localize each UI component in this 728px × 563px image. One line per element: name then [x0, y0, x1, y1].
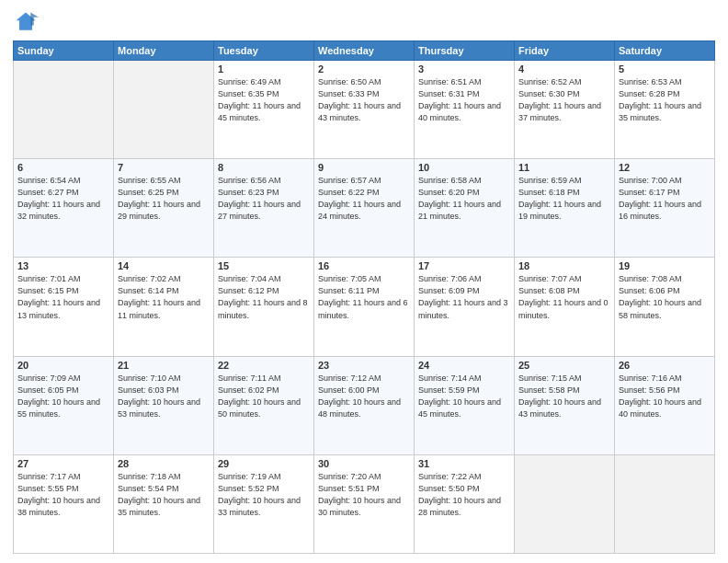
weekday-header-tuesday: Tuesday	[214, 41, 314, 61]
weekday-header-row: SundayMondayTuesdayWednesdayThursdayFrid…	[14, 41, 715, 61]
calendar-cell: 17Sunrise: 7:06 AM Sunset: 6:09 PM Dayli…	[415, 258, 515, 356]
weekday-header-sunday: Sunday	[14, 41, 114, 61]
calendar-cell: 23Sunrise: 7:12 AM Sunset: 6:00 PM Dayli…	[314, 356, 415, 454]
calendar-cell: 24Sunrise: 7:14 AM Sunset: 5:59 PM Dayli…	[415, 356, 515, 454]
day-number: 30	[318, 458, 410, 469]
day-info: Sunrise: 7:20 AM Sunset: 5:51 PM Dayligh…	[318, 471, 410, 519]
calendar-cell: 30Sunrise: 7:20 AM Sunset: 5:51 PM Dayli…	[314, 454, 415, 553]
day-info: Sunrise: 7:01 AM Sunset: 6:15 PM Dayligh…	[17, 273, 109, 321]
day-number: 31	[418, 458, 510, 469]
day-number: 26	[619, 360, 711, 371]
calendar-cell: 8Sunrise: 6:56 AM Sunset: 6:23 PM Daylig…	[214, 159, 314, 258]
day-number: 14	[118, 260, 210, 271]
day-number: 13	[17, 260, 109, 271]
logo	[13, 9, 42, 35]
day-number: 7	[118, 162, 210, 173]
calendar-cell	[515, 454, 615, 553]
day-number: 24	[418, 360, 510, 371]
weekday-header-wednesday: Wednesday	[314, 41, 415, 61]
day-info: Sunrise: 6:59 AM Sunset: 6:18 PM Dayligh…	[518, 175, 610, 223]
day-number: 8	[218, 162, 310, 173]
day-info: Sunrise: 7:04 AM Sunset: 6:12 PM Dayligh…	[218, 273, 310, 321]
day-info: Sunrise: 7:16 AM Sunset: 5:56 PM Dayligh…	[619, 373, 711, 420]
calendar-cell: 29Sunrise: 7:19 AM Sunset: 5:52 PM Dayli…	[214, 454, 314, 553]
day-info: Sunrise: 6:57 AM Sunset: 6:22 PM Dayligh…	[318, 175, 410, 223]
day-number: 25	[518, 360, 610, 371]
week-row-2: 6Sunrise: 6:54 AM Sunset: 6:27 PM Daylig…	[14, 159, 715, 258]
calendar-cell: 9Sunrise: 6:57 AM Sunset: 6:22 PM Daylig…	[314, 159, 415, 258]
day-number: 15	[218, 260, 310, 271]
day-info: Sunrise: 7:07 AM Sunset: 6:08 PM Dayligh…	[518, 273, 610, 321]
calendar-cell: 3Sunrise: 6:51 AM Sunset: 6:31 PM Daylig…	[415, 61, 515, 159]
day-info: Sunrise: 6:52 AM Sunset: 6:30 PM Dayligh…	[518, 76, 610, 124]
calendar-cell: 18Sunrise: 7:07 AM Sunset: 6:08 PM Dayli…	[515, 258, 615, 356]
calendar-cell: 26Sunrise: 7:16 AM Sunset: 5:56 PM Dayli…	[615, 356, 715, 454]
calendar-cell: 13Sunrise: 7:01 AM Sunset: 6:15 PM Dayli…	[14, 258, 114, 356]
day-info: Sunrise: 7:05 AM Sunset: 6:11 PM Dayligh…	[318, 273, 410, 321]
calendar-cell: 27Sunrise: 7:17 AM Sunset: 5:55 PM Dayli…	[14, 454, 114, 553]
calendar-cell	[615, 454, 715, 553]
day-number: 28	[118, 458, 210, 469]
weekday-header-thursday: Thursday	[415, 41, 515, 61]
day-info: Sunrise: 6:54 AM Sunset: 6:27 PM Dayligh…	[17, 175, 109, 223]
week-row-1: 1Sunrise: 6:49 AM Sunset: 6:35 PM Daylig…	[14, 61, 715, 159]
day-info: Sunrise: 7:19 AM Sunset: 5:52 PM Dayligh…	[218, 471, 310, 519]
calendar-cell: 12Sunrise: 7:00 AM Sunset: 6:17 PM Dayli…	[615, 159, 715, 258]
calendar-cell: 19Sunrise: 7:08 AM Sunset: 6:06 PM Dayli…	[615, 258, 715, 356]
header	[13, 9, 715, 35]
day-info: Sunrise: 7:08 AM Sunset: 6:06 PM Dayligh…	[619, 273, 711, 321]
calendar-cell: 10Sunrise: 6:58 AM Sunset: 6:20 PM Dayli…	[415, 159, 515, 258]
day-number: 6	[17, 162, 109, 173]
day-number: 22	[218, 360, 310, 371]
weekday-header-friday: Friday	[515, 41, 615, 61]
calendar-cell	[114, 61, 214, 159]
day-number: 18	[518, 260, 610, 271]
day-number: 17	[418, 260, 510, 271]
day-number: 11	[518, 162, 610, 173]
week-row-3: 13Sunrise: 7:01 AM Sunset: 6:15 PM Dayli…	[14, 258, 715, 356]
day-number: 9	[318, 162, 410, 173]
calendar-cell: 5Sunrise: 6:53 AM Sunset: 6:28 PM Daylig…	[615, 61, 715, 159]
calendar-cell: 20Sunrise: 7:09 AM Sunset: 6:05 PM Dayli…	[14, 356, 114, 454]
day-number: 12	[619, 162, 711, 173]
day-number: 10	[418, 162, 510, 173]
day-info: Sunrise: 6:55 AM Sunset: 6:25 PM Dayligh…	[118, 175, 210, 223]
day-info: Sunrise: 6:49 AM Sunset: 6:35 PM Dayligh…	[218, 76, 310, 124]
calendar-cell: 11Sunrise: 6:59 AM Sunset: 6:18 PM Dayli…	[515, 159, 615, 258]
logo-icon	[13, 9, 39, 35]
calendar-cell: 15Sunrise: 7:04 AM Sunset: 6:12 PM Dayli…	[214, 258, 314, 356]
weekday-header-saturday: Saturday	[615, 41, 715, 61]
day-info: Sunrise: 7:11 AM Sunset: 6:02 PM Dayligh…	[218, 373, 310, 420]
day-number: 2	[318, 63, 410, 75]
day-info: Sunrise: 6:50 AM Sunset: 6:33 PM Dayligh…	[318, 76, 410, 124]
day-number: 3	[418, 63, 510, 75]
day-number: 19	[619, 260, 711, 271]
page: SundayMondayTuesdayWednesdayThursdayFrid…	[0, 0, 728, 563]
day-info: Sunrise: 7:18 AM Sunset: 5:54 PM Dayligh…	[118, 471, 210, 519]
calendar-cell: 31Sunrise: 7:22 AM Sunset: 5:50 PM Dayli…	[415, 454, 515, 553]
calendar-cell: 25Sunrise: 7:15 AM Sunset: 5:58 PM Dayli…	[515, 356, 615, 454]
day-info: Sunrise: 7:09 AM Sunset: 6:05 PM Dayligh…	[17, 373, 109, 420]
day-number: 4	[518, 63, 610, 75]
calendar-cell: 28Sunrise: 7:18 AM Sunset: 5:54 PM Dayli…	[114, 454, 214, 553]
weekday-header-monday: Monday	[114, 41, 214, 61]
day-info: Sunrise: 6:53 AM Sunset: 6:28 PM Dayligh…	[619, 76, 711, 124]
day-info: Sunrise: 6:51 AM Sunset: 6:31 PM Dayligh…	[418, 76, 510, 124]
calendar-cell: 4Sunrise: 6:52 AM Sunset: 6:30 PM Daylig…	[515, 61, 615, 159]
calendar-cell: 21Sunrise: 7:10 AM Sunset: 6:03 PM Dayli…	[114, 356, 214, 454]
svg-marker-1	[30, 13, 39, 26]
day-number: 27	[17, 458, 109, 469]
day-info: Sunrise: 7:06 AM Sunset: 6:09 PM Dayligh…	[418, 273, 510, 321]
calendar-cell	[14, 61, 114, 159]
day-number: 1	[218, 63, 310, 75]
day-info: Sunrise: 6:58 AM Sunset: 6:20 PM Dayligh…	[418, 175, 510, 223]
day-info: Sunrise: 7:22 AM Sunset: 5:50 PM Dayligh…	[418, 471, 510, 519]
calendar-cell: 1Sunrise: 6:49 AM Sunset: 6:35 PM Daylig…	[214, 61, 314, 159]
calendar-cell: 22Sunrise: 7:11 AM Sunset: 6:02 PM Dayli…	[214, 356, 314, 454]
calendar-cell: 6Sunrise: 6:54 AM Sunset: 6:27 PM Daylig…	[14, 159, 114, 258]
day-info: Sunrise: 7:00 AM Sunset: 6:17 PM Dayligh…	[619, 175, 711, 223]
day-info: Sunrise: 7:10 AM Sunset: 6:03 PM Dayligh…	[118, 373, 210, 420]
day-number: 16	[318, 260, 410, 271]
calendar-cell: 16Sunrise: 7:05 AM Sunset: 6:11 PM Dayli…	[314, 258, 415, 356]
calendar-cell: 14Sunrise: 7:02 AM Sunset: 6:14 PM Dayli…	[114, 258, 214, 356]
